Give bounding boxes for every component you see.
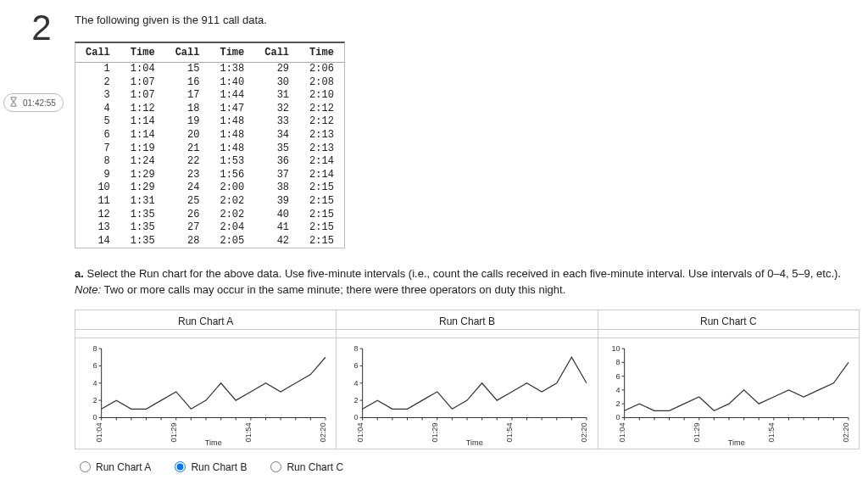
note-label: Note: [75, 283, 101, 296]
table-row: 131:35272:04412:15 [75, 221, 344, 235]
call-data-table: CallTimeCallTimeCallTime 11:04151:38292:… [75, 42, 345, 248]
timer-value: 01:42:55 [23, 98, 56, 108]
table-row: 101:29242:00382:15 [75, 181, 344, 195]
options-group: Run Chart A Run Chart B Run Chart C [75, 461, 860, 473]
note-body: Two or more calls may occur in the same … [101, 283, 565, 296]
table-row: 41:12181:47322:12 [75, 103, 344, 116]
svg-text:01:04: 01:04 [356, 422, 364, 442]
chart-a: 0246801:0401:2901:5402:20Time [79, 343, 332, 447]
table-header: Time [209, 43, 254, 63]
option-b-label: Run Chart B [191, 461, 247, 473]
table-header: Call [75, 43, 120, 63]
svg-text:0: 0 [615, 413, 620, 421]
svg-text:01:54: 01:54 [244, 422, 253, 442]
svg-text:8: 8 [354, 344, 359, 353]
svg-text:6: 6 [92, 361, 97, 370]
question-a-body: Select the Run chart for the above data.… [86, 267, 841, 280]
svg-text:4: 4 [615, 386, 620, 394]
svg-text:8: 8 [92, 344, 97, 353]
chart-a-cell: Run Chart A 0246801:0401:2901:5402:20Tim… [75, 310, 337, 449]
svg-text:2: 2 [354, 396, 359, 405]
svg-text:2: 2 [615, 399, 620, 408]
question-number: 2 [8, 10, 75, 46]
svg-text:Time: Time [205, 438, 222, 447]
svg-text:Time: Time [466, 438, 483, 447]
table-header: Call [254, 43, 299, 63]
chart-a-title: Run Chart A [75, 310, 336, 330]
svg-text:01:04: 01:04 [95, 422, 103, 442]
table-row: 91:29231:56372:14 [75, 169, 344, 182]
svg-text:Time: Time [727, 438, 744, 447]
table-header: Call [165, 43, 210, 63]
option-a[interactable]: Run Chart A [80, 461, 151, 473]
svg-text:10: 10 [611, 344, 620, 353]
table-row: 81:24221:53362:14 [75, 155, 344, 169]
radio-a[interactable] [80, 461, 91, 472]
table-row: 21:07161:40302:08 [75, 76, 344, 90]
question-a: a. Select the Run chart for the above da… [75, 266, 860, 297]
svg-text:01:54: 01:54 [505, 422, 514, 442]
svg-text:02:20: 02:20 [319, 422, 327, 442]
chart-c: 024681001:0401:2901:5402:20Time [602, 343, 855, 447]
svg-text:4: 4 [92, 379, 97, 388]
intro-text: The following given is the 911 call data… [75, 14, 860, 26]
svg-text:6: 6 [615, 371, 620, 380]
table-row: 141:35282:05422:15 [75, 235, 344, 248]
svg-text:01:54: 01:54 [767, 422, 776, 442]
hourglass-icon [8, 96, 19, 109]
table-row: 31:07171:44312:10 [75, 89, 344, 103]
table-row: 11:04151:38292:06 [75, 63, 344, 76]
option-b[interactable]: Run Chart B [175, 461, 247, 473]
table-row: 51:14191:48332:12 [75, 115, 344, 129]
svg-text:01:29: 01:29 [692, 422, 700, 442]
option-c[interactable]: Run Chart C [270, 461, 343, 473]
svg-text:6: 6 [354, 361, 359, 370]
chart-b-cell: Run Chart B 0246801:0401:2901:5402:20Tim… [337, 310, 598, 449]
table-header: Time [120, 43, 165, 63]
svg-text:02:20: 02:20 [842, 422, 850, 442]
table-row: 61:14201:48342:13 [75, 129, 344, 142]
svg-text:4: 4 [354, 379, 359, 388]
svg-text:2: 2 [92, 396, 97, 405]
table-row: 111:31252:02392:15 [75, 195, 344, 209]
svg-text:01:04: 01:04 [617, 422, 626, 442]
chart-c-title: Run Chart C [598, 310, 859, 330]
svg-text:0: 0 [354, 413, 359, 421]
question-a-prefix: a. [75, 267, 86, 280]
option-c-label: Run Chart C [287, 461, 343, 473]
option-a-label: Run Chart A [96, 461, 151, 473]
table-header: Time [299, 43, 344, 63]
svg-text:8: 8 [615, 358, 620, 366]
svg-text:02:20: 02:20 [580, 422, 588, 442]
chart-b: 0246801:0401:2901:5402:20Time [340, 343, 593, 447]
radio-c[interactable] [270, 461, 281, 472]
svg-text:01:29: 01:29 [431, 422, 439, 442]
charts-row: Run Chart A 0246801:0401:2901:5402:20Tim… [75, 310, 860, 449]
chart-c-cell: Run Chart C 024681001:0401:2901:5402:20T… [598, 310, 859, 449]
chart-b-title: Run Chart B [337, 310, 597, 330]
table-row: 121:35262:02402:15 [75, 209, 344, 222]
svg-text:01:29: 01:29 [170, 422, 178, 442]
table-row: 71:19211:48352:13 [75, 142, 344, 156]
timer-badge: 01:42:55 [3, 93, 64, 112]
svg-text:0: 0 [92, 413, 97, 421]
radio-b[interactable] [175, 461, 186, 472]
